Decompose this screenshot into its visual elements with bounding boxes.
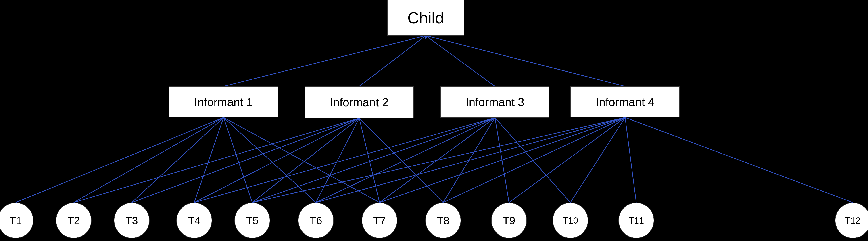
task-t10-node: T10 (553, 203, 588, 238)
svg-line-12 (74, 118, 359, 203)
svg-line-3 (426, 35, 625, 86)
task-t6-node: T6 (298, 203, 334, 238)
svg-line-6 (74, 117, 224, 203)
task-t2-node: T2 (56, 203, 92, 238)
svg-line-20 (252, 118, 495, 203)
svg-line-30 (509, 117, 625, 203)
task-t4-node: T4 (176, 203, 212, 238)
svg-line-28 (379, 117, 625, 203)
svg-line-18 (359, 118, 443, 203)
svg-line-26 (252, 117, 625, 203)
task-t5-node: T5 (235, 203, 270, 238)
task-t12-node: T12 (835, 203, 868, 238)
informant-2-node: Informant 2 (305, 86, 414, 118)
svg-line-16 (316, 118, 359, 203)
svg-line-2 (426, 35, 495, 86)
informant-4-node: Informant 4 (570, 86, 680, 117)
svg-line-5 (16, 117, 224, 203)
task-t9-node: T9 (491, 203, 527, 238)
task-t7-node: T7 (362, 203, 397, 238)
svg-line-13 (132, 118, 359, 203)
svg-line-33 (625, 117, 853, 203)
informant-1-node: Informant 1 (169, 86, 278, 117)
svg-line-1 (359, 35, 426, 86)
svg-marker-4 (424, 35, 428, 39)
svg-line-7 (132, 117, 224, 203)
svg-line-21 (316, 118, 495, 203)
svg-line-0 (224, 35, 426, 86)
svg-line-19 (194, 118, 495, 203)
child-node: Child (387, 0, 464, 35)
svg-line-9 (224, 117, 252, 203)
svg-line-25 (495, 118, 570, 203)
task-t3-node: T3 (114, 203, 150, 238)
task-t8-node: T8 (425, 203, 461, 238)
svg-line-32 (625, 117, 636, 203)
task-t11-node: T11 (618, 203, 654, 238)
informant-3-node: Informant 3 (440, 86, 550, 118)
